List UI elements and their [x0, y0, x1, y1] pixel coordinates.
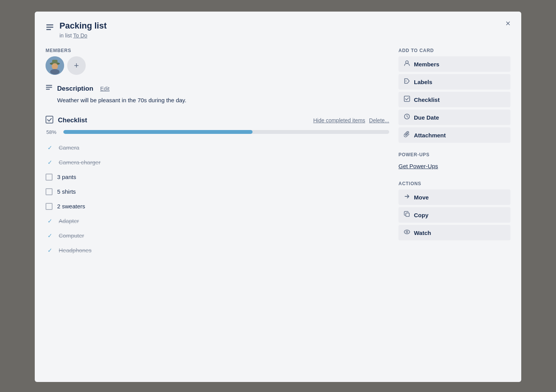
- members-section: MEMBERS: [46, 48, 389, 75]
- svg-rect-1: [46, 27, 53, 28]
- progress-percentage: 58%: [46, 129, 59, 135]
- label-icon: [404, 78, 410, 86]
- attachment-button[interactable]: Attachment: [398, 127, 510, 143]
- checkbox[interactable]: [46, 203, 53, 210]
- due-date-btn-label: Due Date: [414, 114, 439, 121]
- checklist-items: ✓ Camera ✓ Camera charger 3 pants: [46, 140, 389, 258]
- checklist-add-icon: [404, 96, 410, 103]
- watch-button[interactable]: Watch: [398, 225, 510, 240]
- item-label[interactable]: Camera: [59, 144, 79, 151]
- svg-point-6: [52, 63, 58, 69]
- sidebar: ADD TO CARD Members: [398, 48, 510, 370]
- list-item: 5 shirts: [46, 184, 389, 199]
- watch-btn-label: Watch: [414, 230, 431, 236]
- item-label[interactable]: Adapter: [59, 218, 79, 224]
- svg-rect-0: [46, 24, 53, 25]
- svg-rect-8: [46, 85, 52, 86]
- arrow-right-icon: [404, 193, 410, 201]
- description-text: Weather will be pleasant in the 70s duri…: [57, 96, 389, 105]
- modal-header: Packing list in list To Do: [46, 21, 510, 39]
- card-modal: × Packing list in list To Do: [35, 12, 521, 382]
- copy-btn-label: Copy: [414, 212, 429, 218]
- add-to-card-label: ADD TO CARD: [398, 48, 510, 53]
- checklist-actions: Hide completed items Delete...: [313, 117, 389, 123]
- svg-rect-11: [46, 116, 53, 123]
- attachment-btn-label: Attachment: [414, 132, 446, 139]
- description-title: Description: [57, 85, 93, 93]
- actions-section: ACTIONS Move: [398, 181, 510, 240]
- svg-point-17: [404, 230, 410, 234]
- list-item: ✓ Camera charger: [46, 155, 389, 170]
- list-item: ✓ Camera: [46, 140, 389, 155]
- svg-rect-16: [406, 213, 409, 216]
- svg-point-18: [406, 231, 408, 233]
- description-section: Description Edit Weather will be pleasan…: [46, 84, 389, 105]
- svg-rect-2: [46, 29, 51, 30]
- members-label: MEMBERS: [46, 48, 389, 53]
- powerups-section: POWER-UPS Get Power-Ups: [398, 152, 510, 172]
- checkbox[interactable]: [46, 188, 53, 195]
- modal-overlay: × Packing list in list To Do: [0, 0, 556, 392]
- checkmark-icon[interactable]: ✓: [46, 144, 54, 152]
- hide-completed-link[interactable]: Hide completed items: [313, 117, 365, 123]
- checkbox[interactable]: [46, 174, 53, 181]
- members-btn-label: Members: [414, 61, 439, 68]
- add-to-card-section: ADD TO CARD Members: [398, 48, 510, 143]
- checklist-section: Checklist Hide completed items Delete...…: [46, 116, 389, 258]
- member-avatar[interactable]: [46, 56, 64, 75]
- list-item: 2 sweaters: [46, 199, 389, 214]
- modal-body: MEMBERS: [46, 48, 510, 370]
- checkmark-icon[interactable]: ✓: [46, 231, 54, 240]
- card-list-info: in list To Do: [59, 32, 510, 39]
- progress-bar-background: [63, 130, 389, 134]
- description-icon: [46, 84, 53, 93]
- move-button[interactable]: Move: [398, 189, 510, 205]
- checklist-btn-label: Checklist: [414, 96, 440, 103]
- checklist-icon: [46, 116, 53, 125]
- move-btn-label: Move: [414, 194, 429, 201]
- item-label[interactable]: Camera charger: [59, 159, 100, 166]
- powerups-label: POWER-UPS: [398, 152, 510, 157]
- svg-point-13: [405, 81, 406, 81]
- svg-rect-5: [52, 60, 58, 64]
- checkmark-icon[interactable]: ✓: [46, 158, 54, 167]
- progress-bar-fill: [63, 130, 253, 134]
- item-label[interactable]: 3 pants: [57, 174, 76, 180]
- checklist-button[interactable]: Checklist: [398, 92, 510, 107]
- list-item: ✓ Adapter: [46, 214, 389, 228]
- members-button[interactable]: Members: [398, 56, 510, 72]
- description-edit-link[interactable]: Edit: [100, 86, 110, 92]
- watch-eye-icon: [404, 229, 410, 237]
- item-label[interactable]: 5 shirts: [57, 188, 76, 195]
- card-title: Packing list: [59, 21, 510, 31]
- card-header-icon: [46, 23, 54, 34]
- list-item: ✓ Headphones: [46, 243, 389, 258]
- svg-point-7: [50, 69, 59, 74]
- get-powerups-link[interactable]: Get Power-Ups: [398, 161, 510, 172]
- members-row: +: [46, 56, 389, 75]
- card-title-block: Packing list in list To Do: [59, 21, 510, 39]
- svg-rect-14: [404, 96, 410, 101]
- labels-btn-label: Labels: [414, 79, 432, 85]
- due-date-button[interactable]: Due Date: [398, 110, 510, 125]
- svg-rect-9: [46, 87, 52, 88]
- add-member-button[interactable]: +: [67, 56, 86, 75]
- item-label[interactable]: 2 sweaters: [57, 203, 85, 210]
- description-header: Description Edit: [46, 84, 389, 93]
- main-content: MEMBERS: [46, 48, 389, 370]
- checkmark-icon[interactable]: ✓: [46, 246, 54, 255]
- copy-button[interactable]: Copy: [398, 207, 510, 223]
- list-item: 3 pants: [46, 170, 389, 184]
- item-label[interactable]: Headphones: [59, 247, 92, 253]
- svg-point-12: [406, 61, 409, 64]
- actions-label: ACTIONS: [398, 181, 510, 186]
- list-item: ✓ Computer: [46, 228, 389, 243]
- delete-checklist-link[interactable]: Delete...: [369, 117, 389, 123]
- svg-rect-10: [46, 89, 50, 90]
- labels-button[interactable]: Labels: [398, 74, 510, 90]
- checkmark-icon[interactable]: ✓: [46, 217, 54, 225]
- item-label[interactable]: Computer: [59, 232, 84, 239]
- checklist-header: Checklist Hide completed items Delete...: [46, 116, 389, 125]
- list-link[interactable]: To Do: [73, 32, 88, 39]
- close-button[interactable]: ×: [502, 18, 514, 29]
